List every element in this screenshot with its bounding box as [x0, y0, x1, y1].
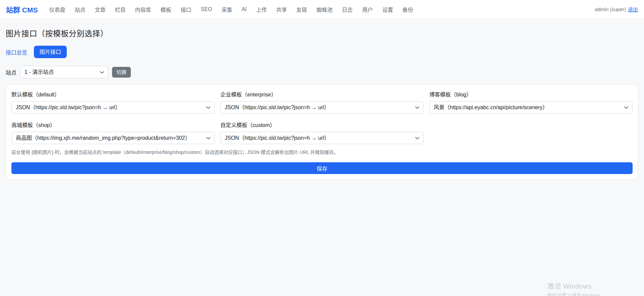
- tab-bar: 接口总览 图片接口: [6, 46, 638, 58]
- nav-item-api[interactable]: 接口: [181, 5, 192, 13]
- grid-spacer: [429, 121, 633, 144]
- field-default-template: 默认模板（default） JSON（https://pic.sld.tw/pi…: [11, 90, 215, 114]
- top-navbar: 站群 CMS 仪表盘 站点 文章 栏目 内容库 模板 接口 SEO 采集 AI …: [0, 0, 644, 19]
- nav-item-articles[interactable]: 文章: [95, 5, 106, 13]
- nav-item-content-library[interactable]: 内容库: [135, 5, 151, 13]
- nav-item-spider-pool[interactable]: 蜘蛛池: [317, 5, 333, 13]
- field-custom-template: 自定义模板（custom） JSON（https://pic.sld.tw/pi…: [220, 121, 424, 144]
- custom-template-select[interactable]: JSON（https://pic.sld.tw/pic?json=h → url…: [220, 132, 424, 144]
- tab-api-overview[interactable]: 接口总览: [6, 48, 27, 56]
- main-nav: 仪表盘 站点 文章 栏目 内容库 模板 接口 SEO 采集 AI 上传 共享 友…: [49, 5, 413, 13]
- help-text: 前台使用 {随机图片} 时，会根据当前站点的 template（default/…: [11, 149, 633, 155]
- brand-logo[interactable]: 站群 CMS: [6, 4, 38, 14]
- site-select[interactable]: 1 - 演示站点: [20, 66, 108, 78]
- template-field-grid: 默认模板（default） JSON（https://pic.sld.tw/pi…: [11, 90, 633, 144]
- nav-item-templates[interactable]: 模板: [161, 5, 171, 13]
- nav-item-dashboard[interactable]: 仪表盘: [49, 5, 65, 13]
- windows-activation-watermark: 激活 Windows 转到“设置”以激活 Windows: [547, 281, 600, 296]
- nav-item-sites[interactable]: 站点: [75, 5, 86, 13]
- navbar-user-area: admin (super) 退出: [595, 6, 638, 13]
- field-label: 默认模板（default）: [11, 90, 215, 98]
- field-blog-template: 博客模板（blog） 风景（https://api.eyabc.cn/api/p…: [429, 90, 633, 114]
- save-button[interactable]: 保存: [11, 162, 633, 174]
- nav-item-collect[interactable]: 采集: [221, 5, 232, 13]
- shop-template-select[interactable]: 商品图（https://img.xjh.me/random_img.php?ty…: [11, 132, 215, 144]
- blog-template-select[interactable]: 风景（https://api.eyabc.cn/api/picture/scen…: [429, 101, 633, 114]
- nav-item-upload[interactable]: 上传: [256, 5, 267, 13]
- enterprise-template-select[interactable]: JSON（https://pic.sld.tw/pic?json=h → url…: [220, 101, 424, 114]
- watermark-line1: 激活 Windows: [547, 281, 600, 291]
- tab-picture-api[interactable]: 图片接口: [34, 46, 67, 58]
- main-content: 图片接口（按模板分别选择） 接口总览 图片接口 站点 1 - 演示站点 切换 默…: [0, 27, 644, 180]
- field-label: 自定义模板（custom）: [220, 121, 424, 129]
- site-switcher: 站点 1 - 演示站点 切换: [6, 66, 638, 78]
- field-label: 企业模板（enterprise）: [220, 90, 424, 98]
- nav-item-categories[interactable]: 栏目: [115, 5, 126, 13]
- default-template-select[interactable]: JSON（https://pic.sld.tw/pic?json=h → url…: [11, 101, 215, 114]
- page-title: 图片接口（按模板分别选择）: [6, 27, 638, 39]
- field-label: 商城模板（shop）: [11, 121, 215, 129]
- nav-item-share[interactable]: 共享: [276, 5, 287, 13]
- field-enterprise-template: 企业模板（enterprise） JSON（https://pic.sld.tw…: [220, 90, 424, 114]
- watermark-line2: 转到“设置”以激活 Windows: [547, 292, 600, 296]
- nav-item-ai[interactable]: AI: [241, 6, 247, 12]
- nav-item-backup[interactable]: 备份: [402, 5, 413, 13]
- nav-item-friend-links[interactable]: 友链: [297, 5, 307, 13]
- nav-item-users[interactable]: 用户: [362, 5, 373, 13]
- field-shop-template: 商城模板（shop） 商品图（https://img.xjh.me/random…: [11, 121, 215, 144]
- picture-api-card: 默认模板（default） JSON（https://pic.sld.tw/pi…: [6, 84, 638, 180]
- field-label: 博客模板（blog）: [429, 90, 633, 98]
- logout-link[interactable]: 退出: [628, 6, 638, 13]
- nav-item-seo[interactable]: SEO: [201, 6, 212, 12]
- site-label: 站点: [6, 68, 16, 76]
- switch-site-button[interactable]: 切换: [112, 67, 131, 78]
- nav-item-settings[interactable]: 设置: [382, 5, 393, 13]
- site-select-wrap: 1 - 演示站点: [20, 66, 108, 78]
- nav-item-logs[interactable]: 日志: [342, 5, 353, 13]
- current-user: admin (super): [595, 6, 626, 12]
